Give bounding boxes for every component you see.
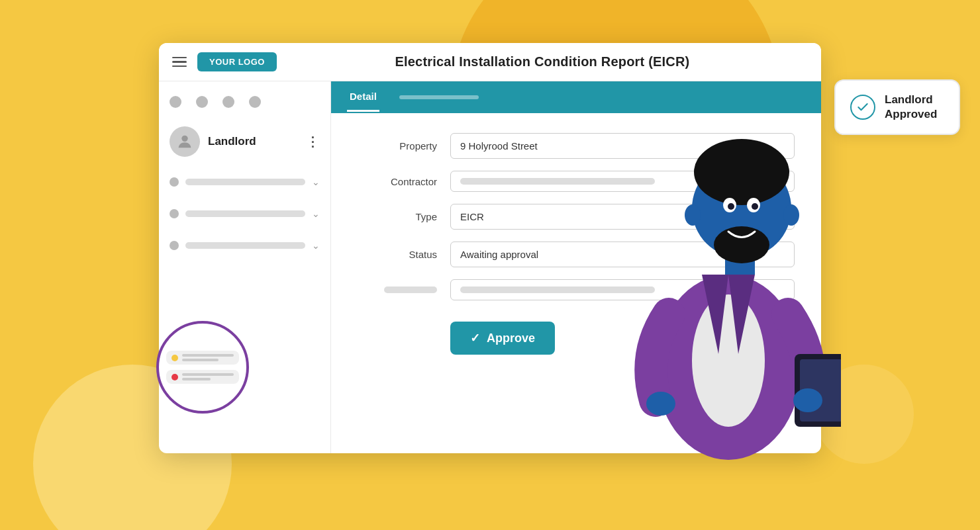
nav-chevron-1: ⌄ bbox=[312, 177, 320, 187]
hamburger-icon[interactable] bbox=[172, 57, 187, 67]
user-icon bbox=[175, 132, 194, 151]
svg-point-15 bbox=[685, 204, 701, 226]
nav-bar-3 bbox=[185, 242, 305, 249]
nav-bar-1 bbox=[185, 179, 305, 185]
label-extra-placeholder bbox=[384, 287, 437, 293]
sidebar-dot-1 bbox=[170, 96, 181, 108]
label-contractor: Contractor bbox=[358, 176, 437, 187]
sidebar-dots-row bbox=[170, 93, 320, 110]
svg-point-8 bbox=[646, 392, 675, 416]
nav-bar-2 bbox=[185, 210, 305, 217]
label-type: Type bbox=[358, 211, 437, 222]
nav-dot-1 bbox=[170, 177, 179, 187]
chat-circle bbox=[156, 321, 249, 414]
tab-detail[interactable]: Detail bbox=[347, 83, 379, 112]
approved-text: Landlord Approved bbox=[885, 93, 937, 122]
approved-bubble: Landlord Approved bbox=[834, 79, 960, 135]
approve-label: Approve bbox=[487, 331, 535, 345]
nav-dot-2 bbox=[170, 209, 179, 218]
approved-checkmark-icon bbox=[856, 101, 869, 114]
chat-dot-1 bbox=[172, 355, 178, 361]
user-menu-icon[interactable]: ⋮ bbox=[306, 134, 320, 150]
svg-point-2 bbox=[692, 294, 765, 427]
label-property: Property bbox=[358, 140, 437, 152]
tab-placeholder bbox=[399, 95, 479, 99]
chat-message-1 bbox=[166, 351, 239, 365]
svg-point-0 bbox=[181, 136, 187, 142]
svg-point-9 bbox=[694, 139, 789, 205]
chat-lines-1 bbox=[182, 354, 234, 361]
avatar bbox=[170, 126, 200, 157]
window-title: Electrical Installation Condition Report… bbox=[277, 54, 808, 69]
sidebar-nav-item-2[interactable]: ⌄ bbox=[170, 204, 320, 223]
nav-chevron-3: ⌄ bbox=[312, 240, 320, 251]
logo-button[interactable]: YOUR LOGO bbox=[197, 52, 277, 71]
svg-point-14 bbox=[752, 203, 758, 210]
svg-point-13 bbox=[728, 203, 734, 210]
sidebar-dot-2 bbox=[196, 96, 208, 108]
sidebar: Landlord ⋮ ⌄ ⌄ ⌄ bbox=[159, 81, 331, 453]
sidebar-user: Landlord ⋮ bbox=[170, 124, 320, 159]
chat-bubble-widget bbox=[156, 321, 307, 414]
label-status: Status bbox=[358, 249, 437, 260]
svg-point-10 bbox=[714, 226, 769, 263]
svg-point-7 bbox=[793, 388, 822, 412]
sidebar-nav-item-1[interactable]: ⌄ bbox=[170, 173, 320, 191]
person-illustration bbox=[616, 103, 841, 460]
sidebar-dot-4 bbox=[249, 96, 261, 108]
nav-chevron-2: ⌄ bbox=[312, 208, 320, 219]
nav-dot-3 bbox=[170, 241, 179, 250]
app-window: YOUR LOGO Electrical Installation Condit… bbox=[159, 43, 821, 453]
chat-lines-2 bbox=[182, 373, 234, 380]
chat-dot-2 bbox=[172, 374, 178, 380]
chat-message-2 bbox=[166, 370, 239, 384]
svg-point-16 bbox=[783, 204, 799, 226]
approve-button[interactable]: ✓ Approve bbox=[450, 322, 555, 355]
sidebar-dot-3 bbox=[222, 96, 234, 108]
approve-check-icon: ✓ bbox=[470, 331, 480, 345]
sidebar-username: Landlord bbox=[208, 135, 298, 148]
approved-check-circle bbox=[850, 95, 875, 120]
sidebar-nav-item-3[interactable]: ⌄ bbox=[170, 236, 320, 255]
top-bar: YOUR LOGO Electrical Installation Condit… bbox=[159, 43, 821, 81]
